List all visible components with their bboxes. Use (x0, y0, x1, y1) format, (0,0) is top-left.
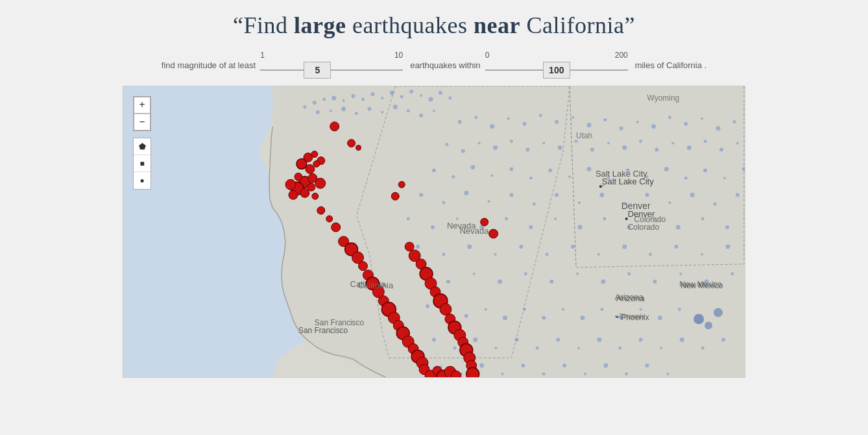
svg-point-33 (341, 106, 346, 111)
svg-point-58 (732, 120, 736, 123)
zoom-out-button[interactable]: − (134, 114, 151, 130)
svg-point-68 (590, 148, 594, 152)
svg-point-52 (636, 121, 639, 123)
svg-point-125 (442, 253, 445, 256)
svg-point-60 (461, 149, 465, 153)
svg-point-129 (546, 253, 549, 256)
svg-point-124 (416, 245, 420, 249)
svg-point-97 (464, 191, 468, 195)
svg-point-180 (701, 347, 705, 350)
svg-point-101 (555, 193, 559, 197)
svg-point-62 (493, 145, 498, 150)
svg-point-35 (367, 107, 371, 111)
svg-text:Arizona: Arizona (616, 293, 645, 303)
svg-point-138 (446, 280, 450, 284)
svg-point-168 (453, 347, 456, 350)
svg-point-110 (407, 218, 410, 221)
miles-label: miles of California . (635, 60, 707, 70)
svg-point-134 (674, 245, 678, 249)
svg-text:California: California (358, 280, 394, 290)
magnitude-slider-line (260, 69, 403, 71)
zoom-in-button[interactable]: + (134, 97, 151, 114)
svg-point-210 (289, 190, 298, 199)
svg-point-69 (607, 142, 610, 145)
magnitude-slider-container: 1 10 5 (260, 51, 403, 79)
svg-point-77 (736, 142, 739, 145)
distance-slider-labels: 0 200 (485, 51, 628, 60)
svg-point-145 (627, 272, 631, 275)
svg-text:Denver: Denver (628, 209, 655, 219)
svg-point-195 (311, 151, 318, 158)
svg-point-193 (666, 373, 669, 375)
svg-point-25 (409, 90, 413, 93)
svg-text:Utah: Utah (576, 131, 592, 140)
svg-point-156 (485, 308, 487, 310)
circle-shape-button[interactable]: ● (134, 172, 151, 189)
svg-text:Wyoming: Wyoming (647, 93, 680, 103)
svg-point-50 (603, 118, 607, 121)
svg-point-170 (495, 347, 498, 349)
svg-point-43 (490, 124, 494, 129)
svg-point-217 (391, 192, 399, 200)
svg-point-191 (625, 373, 628, 376)
zoom-controls: + − (133, 96, 151, 131)
magnitude-slider-track[interactable]: 5 (260, 61, 403, 79)
svg-point-121 (676, 225, 681, 230)
svg-point-147 (679, 273, 682, 275)
map-container: Denver Colorado Salt Lake City • Nevada … (123, 86, 745, 378)
svg-point-84 (548, 168, 552, 172)
svg-point-96 (442, 201, 445, 205)
magnitude-slider-thumb[interactable]: 5 (304, 62, 331, 79)
svg-point-40 (433, 110, 435, 112)
svg-text:San Francisco: San Francisco (298, 326, 348, 335)
svg-point-133 (649, 253, 652, 256)
svg-point-85 (568, 175, 571, 178)
svg-point-107 (690, 193, 695, 197)
svg-point-161 (580, 316, 585, 320)
svg-point-132 (622, 244, 627, 249)
pentagon-shape-button[interactable]: ⬟ (134, 138, 151, 155)
svg-point-185 (501, 373, 504, 375)
svg-point-54 (668, 116, 671, 119)
svg-point-104 (623, 203, 626, 206)
svg-point-66 (558, 145, 562, 150)
svg-point-206 (300, 188, 309, 197)
svg-point-162 (600, 308, 603, 311)
distance-slider-track[interactable]: 100 (485, 61, 628, 79)
svg-point-259 (599, 185, 602, 188)
main-title: “Find large earthquakes near California” (0, 12, 868, 39)
svg-point-215 (332, 223, 341, 232)
svg-point-79 (452, 175, 455, 179)
svg-point-36 (381, 111, 383, 114)
svg-point-99 (509, 193, 513, 197)
svg-point-88 (626, 168, 630, 172)
svg-point-28 (439, 91, 442, 95)
svg-point-177 (639, 338, 643, 342)
svg-point-115 (529, 225, 533, 229)
svg-point-141 (524, 272, 527, 275)
svg-point-71 (639, 140, 642, 143)
svg-point-90 (664, 167, 669, 171)
svg-point-208 (295, 173, 302, 180)
svg-point-175 (597, 338, 601, 342)
svg-point-249 (466, 367, 479, 377)
distance-slider-thumb[interactable]: 100 (543, 62, 570, 79)
svg-point-98 (488, 200, 490, 203)
svg-point-30 (303, 105, 306, 108)
svg-point-61 (478, 142, 481, 145)
svg-point-64 (525, 148, 529, 152)
svg-point-122 (701, 218, 705, 221)
svg-point-38 (407, 109, 410, 112)
square-shape-button[interactable]: ■ (134, 155, 151, 172)
svg-point-160 (562, 308, 564, 310)
svg-point-142 (549, 280, 553, 284)
svg-point-157 (503, 316, 507, 320)
svg-point-106 (668, 201, 671, 204)
magnitude-label: find magnitude of at least (162, 60, 256, 70)
svg-point-32 (330, 110, 332, 112)
svg-point-159 (542, 316, 546, 319)
svg-point-158 (523, 308, 526, 311)
svg-point-95 (419, 193, 423, 197)
svg-point-51 (620, 127, 623, 130)
svg-point-131 (597, 253, 600, 256)
